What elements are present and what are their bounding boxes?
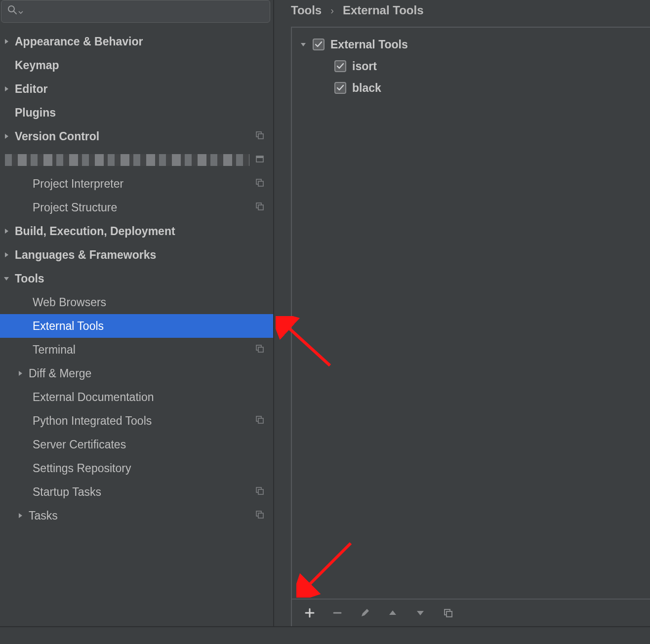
sidebar-item-plugins[interactable]: Plugins xyxy=(0,101,273,124)
chevron-right-icon[interactable] xyxy=(17,512,24,519)
external-tools-panel: External Tools isortblack xyxy=(291,27,650,627)
sidebar-item-label: Settings Repository xyxy=(33,462,264,475)
svg-rect-11 xyxy=(258,347,263,352)
settings-tree: Appearance & BehaviorKeymapEditorPlugins… xyxy=(0,26,273,627)
move-up-button[interactable] xyxy=(386,606,400,620)
copy-icon xyxy=(255,509,264,522)
chevron-right-icon[interactable] xyxy=(3,251,10,258)
settings-main: Tools › External Tools External Tools is… xyxy=(274,0,650,627)
tool-checkbox[interactable] xyxy=(334,82,346,94)
sidebar-item-label: Keymap xyxy=(15,59,264,72)
svg-rect-13 xyxy=(258,418,263,423)
sidebar-item-startup-tasks[interactable]: Startup Tasks xyxy=(0,480,273,504)
sidebar-item-build-execution-deployment[interactable]: Build, Execution, Deployment xyxy=(0,219,273,243)
chevron-right-icon[interactable] xyxy=(17,370,24,377)
sidebar-item-project[interactable] xyxy=(0,148,273,172)
breadcrumb-leaf: External Tools xyxy=(343,3,424,17)
svg-rect-15 xyxy=(258,489,263,494)
svg-rect-5 xyxy=(256,156,263,158)
sidebar-item-label: Web Browsers xyxy=(33,296,264,309)
svg-rect-7 xyxy=(258,181,263,186)
sidebar-item-label: Tools xyxy=(15,272,264,285)
external-tools-toolbar xyxy=(292,599,650,626)
sidebar-item-label: Project Structure xyxy=(33,201,255,214)
sidebar-item-appearance-behavior[interactable]: Appearance & Behavior xyxy=(0,30,273,53)
sidebar-item-server-certificates[interactable]: Server Certificates xyxy=(0,433,273,456)
project-icon xyxy=(255,154,264,166)
sidebar-item-project-interpreter[interactable]: Project Interpreter xyxy=(0,172,273,196)
sidebar-item-languages-frameworks[interactable]: Languages & Frameworks xyxy=(0,243,273,267)
copy-icon xyxy=(255,177,264,190)
settings-sidebar: Appearance & BehaviorKeymapEditorPlugins… xyxy=(0,0,274,627)
sidebar-item-python-integrated-tools[interactable]: Python Integrated Tools xyxy=(0,409,273,433)
svg-rect-9 xyxy=(258,205,263,210)
copy-icon xyxy=(255,485,264,498)
sidebar-item-tools[interactable]: Tools xyxy=(0,267,273,290)
copy-button[interactable] xyxy=(441,606,455,620)
external-tool-item[interactable]: black xyxy=(300,77,642,99)
tool-name: isort xyxy=(352,60,377,73)
copy-icon xyxy=(255,343,264,356)
svg-rect-17 xyxy=(258,513,263,518)
sidebar-item-label: Python Integrated Tools xyxy=(33,414,255,428)
edit-button[interactable] xyxy=(358,606,372,620)
sidebar-item-editor[interactable]: Editor xyxy=(0,77,273,101)
sidebar-item-tasks[interactable]: Tasks xyxy=(0,504,273,527)
sidebar-item-keymap[interactable]: Keymap xyxy=(0,53,273,77)
svg-rect-19 xyxy=(447,611,452,617)
chevron-right-icon[interactable] xyxy=(3,85,10,92)
sidebar-item-label: Server Certificates xyxy=(33,438,264,451)
breadcrumb-root[interactable]: Tools xyxy=(291,3,322,17)
move-down-button[interactable] xyxy=(413,606,427,620)
sidebar-item-label: Startup Tasks xyxy=(33,485,255,499)
chevron-down-icon[interactable] xyxy=(300,41,307,48)
sidebar-item-terminal[interactable]: Terminal xyxy=(0,338,273,362)
svg-rect-3 xyxy=(258,134,263,139)
search-input-wrapper[interactable] xyxy=(1,0,270,23)
chevron-right-icon[interactable] xyxy=(3,38,10,45)
sidebar-item-label: External Tools xyxy=(33,320,264,333)
svg-line-1 xyxy=(14,11,16,14)
sidebar-item-label: Languages & Frameworks xyxy=(15,248,264,262)
svg-point-0 xyxy=(8,6,14,12)
remove-button[interactable] xyxy=(330,606,344,620)
sidebar-item-external-documentation[interactable]: External Documentation xyxy=(0,385,273,409)
search-chevron-icon[interactable] xyxy=(18,5,23,18)
copy-icon xyxy=(255,201,264,214)
external-tools-group[interactable]: External Tools xyxy=(300,34,642,55)
search-icon xyxy=(7,5,17,18)
tool-checkbox[interactable] xyxy=(334,60,346,72)
sidebar-item-label: Diff & Merge xyxy=(29,367,264,380)
copy-icon xyxy=(255,414,264,427)
sidebar-item-settings-repository[interactable]: Settings Repository xyxy=(0,456,273,480)
sidebar-item-label: Editor xyxy=(15,82,264,96)
sidebar-item-label: Appearance & Behavior xyxy=(15,35,264,48)
group-checkbox[interactable] xyxy=(313,39,325,50)
sidebar-item-label: Version Control xyxy=(15,130,255,143)
add-button[interactable] xyxy=(303,606,317,620)
chevron-down-icon[interactable] xyxy=(3,275,10,282)
sidebar-item-label: Tasks xyxy=(29,509,255,523)
sidebar-item-project-structure[interactable]: Project Structure xyxy=(0,196,273,219)
sidebar-item-external-tools[interactable]: External Tools xyxy=(0,314,273,338)
copy-icon xyxy=(255,130,264,143)
sidebar-item-label: Build, Execution, Deployment xyxy=(15,225,264,238)
breadcrumb: Tools › External Tools xyxy=(291,0,650,21)
sidebar-item-label: External Documentation xyxy=(33,391,264,404)
sidebar-item-diff-merge[interactable]: Diff & Merge xyxy=(0,362,273,385)
sidebar-item-web-browsers[interactable]: Web Browsers xyxy=(0,290,273,314)
search-input[interactable] xyxy=(25,5,264,18)
breadcrumb-separator-icon: › xyxy=(330,5,334,16)
tool-name: black xyxy=(352,81,381,95)
sidebar-item-label: Terminal xyxy=(33,343,255,357)
external-tool-item[interactable]: isort xyxy=(300,55,642,77)
chevron-right-icon[interactable] xyxy=(3,133,10,140)
sidebar-item-label: Project Interpreter xyxy=(33,177,255,191)
group-label: External Tools xyxy=(330,38,408,51)
sidebar-item-label: Plugins xyxy=(15,106,264,120)
redacted-text xyxy=(5,154,249,166)
sidebar-item-version-control[interactable]: Version Control xyxy=(0,124,273,148)
chevron-right-icon[interactable] xyxy=(3,228,10,235)
